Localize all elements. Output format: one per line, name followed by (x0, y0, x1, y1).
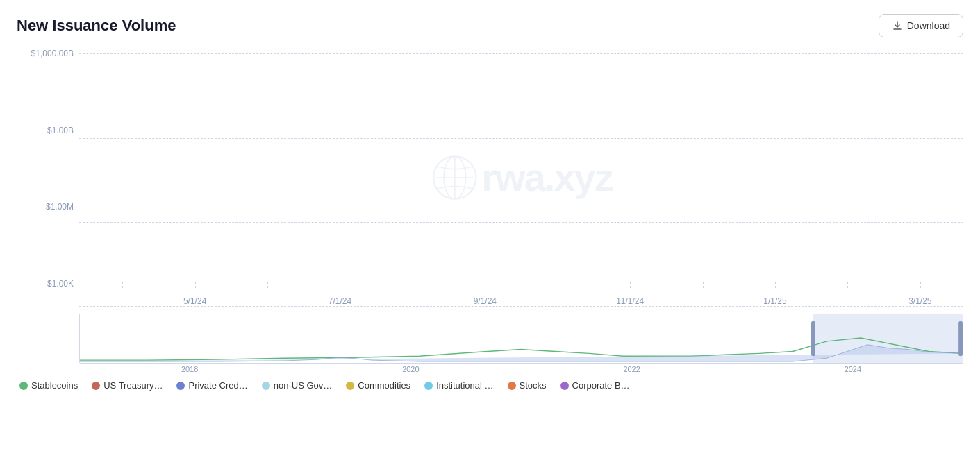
main-chart-area: $1,000.00B $1.00B $1.00M $1.00K (17, 46, 963, 309)
chart-inner: rwa.xyz 5/1/247/1/249/1/2411/1/241/1/253… (79, 46, 963, 309)
page-title: New Issuance Volume (17, 17, 176, 35)
legend-label-1: US Treasury… (103, 380, 163, 391)
legend-label-7: Corporate B… (572, 380, 630, 391)
y-axis: $1,000.00B $1.00B $1.00M $1.00K (17, 46, 79, 309)
x-label-0 (86, 296, 158, 306)
mini-x-2022: 2022 (522, 365, 742, 373)
legend-dot-2 (176, 382, 185, 390)
legend-dot-4 (346, 382, 354, 390)
legend-item-3: non-US Gov… (262, 380, 333, 391)
mini-x-axis: 2018 2020 2022 2024 (79, 364, 963, 373)
legend-label-4: Commodities (358, 380, 410, 391)
grid-line-bottom (79, 306, 963, 307)
legend-label-0: Stablecoins (31, 380, 78, 391)
mini-x-2018: 2018 (79, 365, 300, 373)
mini-chart-wrapper: 2018 2020 2022 2024 (79, 314, 963, 373)
legend-dot-7 (560, 382, 569, 390)
legend-label-6: Stocks (520, 380, 547, 391)
download-button[interactable]: Download (879, 14, 963, 37)
legend-item-2: Private Cred… (176, 380, 247, 391)
legend-dot-0 (19, 382, 28, 390)
legend-item-4: Commodities (346, 380, 410, 391)
x-label-2 (231, 296, 304, 306)
legend-dot-1 (92, 382, 100, 390)
legend-label-3: non-US Gov… (274, 380, 333, 391)
legend-item-6: Stocks (508, 380, 547, 391)
x-label-5: 9/1/24 (449, 296, 521, 306)
mini-chart-svg (80, 314, 963, 363)
x-label-6 (522, 296, 594, 306)
legend-dot-6 (508, 382, 516, 390)
svg-rect-6 (811, 321, 815, 357)
download-icon (892, 20, 903, 31)
legend-item-1: US Treasury… (92, 380, 163, 391)
x-label-9: 1/1/25 (739, 296, 811, 306)
legend: StablecoinsUS Treasury…Private Cred…non-… (17, 380, 963, 391)
mini-chart[interactable] (79, 314, 963, 364)
mini-x-2024: 2024 (742, 365, 963, 373)
x-axis-labels: 5/1/247/1/249/1/2411/1/241/1/253/1/25 (79, 296, 963, 306)
bars-container (79, 46, 963, 288)
x-label-7: 11/1/24 (594, 296, 666, 306)
x-label-4 (376, 296, 449, 306)
legend-label-2: Private Cred… (188, 380, 247, 391)
y-label-3: $1.00M (17, 202, 79, 212)
svg-rect-5 (813, 314, 963, 363)
x-label-3: 7/1/24 (304, 296, 376, 306)
header: New Issuance Volume Download (17, 14, 963, 37)
y-label-top: $1,000.00B (17, 49, 79, 58)
y-label-2: $1.00B (17, 126, 79, 135)
mini-x-2020: 2020 (300, 365, 521, 373)
x-label-1: 5/1/24 (158, 296, 231, 306)
x-label-11: 3/1/25 (884, 296, 956, 306)
legend-dot-3 (262, 382, 270, 390)
x-label-10 (811, 296, 883, 306)
x-label-8 (666, 296, 738, 306)
legend-item-5: Institutional … (424, 380, 493, 391)
legend-item-7: Corporate B… (560, 380, 630, 391)
legend-dot-5 (424, 382, 433, 390)
y-label-bottom: $1.00K (17, 279, 79, 289)
legend-label-5: Institutional … (436, 380, 493, 391)
svg-rect-7 (958, 321, 963, 357)
page-container: New Issuance Volume Download $1,000.00B … (0, 0, 980, 402)
legend-item-0: Stablecoins (19, 380, 78, 391)
